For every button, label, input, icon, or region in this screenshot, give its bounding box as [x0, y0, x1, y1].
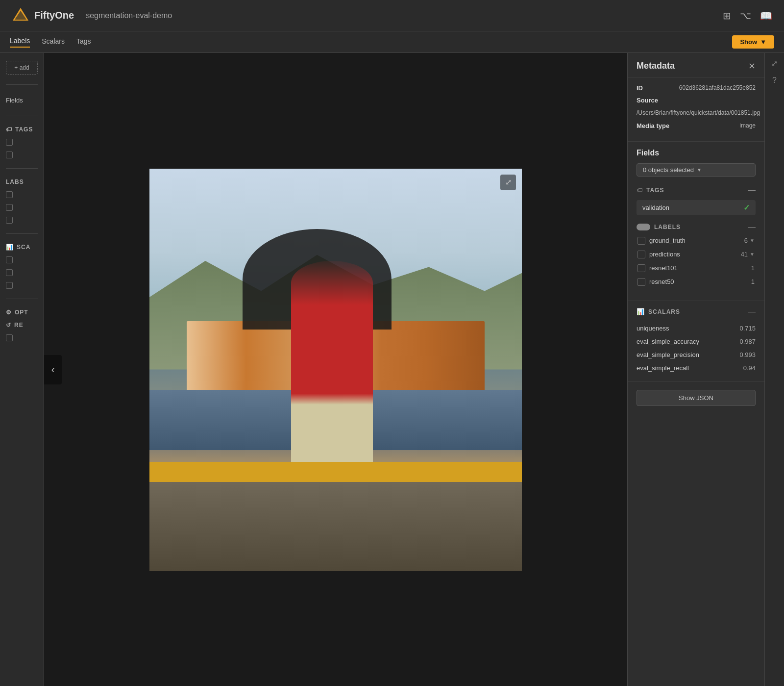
sidebar-divider-3 [6, 168, 38, 169]
label-checkbox-resnet50[interactable] [637, 278, 645, 286]
label-checkbox-resnet101[interactable] [637, 264, 645, 272]
scalar-name-uniqueness: uniqueness [637, 325, 669, 332]
sidebar-label-row-3 [6, 217, 38, 224]
label-row-ground-truth: ground_truth 6 ▼ [637, 234, 756, 248]
add-filter-button[interactable]: + add [6, 61, 38, 75]
main-area: + add Fields 🏷 TAGS LABS 📊 SCA [0, 53, 784, 686]
sidebar-reset-row [6, 334, 38, 341]
app-name: FiftyOne [34, 10, 74, 21]
label-row-resnet50: resnet50 1 [637, 275, 756, 289]
right-edge-help-icon[interactable]: ? [772, 76, 777, 85]
image-fence [149, 462, 522, 482]
label-checkbox-ground-truth[interactable] [637, 237, 645, 245]
label-count-arrow-2[interactable]: ▼ [750, 252, 755, 257]
scalars-collapse-icon[interactable]: — [748, 308, 756, 316]
scalar-value-accuracy: 0.987 [739, 338, 756, 345]
sidebar-checkbox-9[interactable] [6, 334, 13, 341]
tab-labels[interactable]: Labels [10, 37, 30, 48]
prev-image-button[interactable]: ‹ [44, 355, 62, 384]
chevron-down-icon: ▼ [697, 167, 702, 173]
label-name-resnet50: resnet50 [649, 278, 747, 285]
id-row: ID 602d36281afa81dac255e852 [637, 84, 756, 92]
scalar-value-recall: 0.94 [743, 364, 756, 372]
label-name-predictions: predictions [649, 251, 737, 258]
show-chevron-icon: ▼ [760, 38, 766, 46]
label-count-ground-truth: 6 ▼ [744, 237, 755, 244]
sidebar-divider-1 [6, 84, 38, 85]
sidebar-checkbox-7[interactable] [6, 269, 13, 276]
tag-validation-text: validation [642, 204, 669, 211]
sidebar-tags-header: 🏷 TAGS [6, 126, 38, 133]
show-json-button[interactable]: Show JSON [637, 390, 756, 406]
labels-toggle-switch[interactable] [637, 224, 650, 230]
tab-scalars[interactable]: Scalars [42, 37, 65, 47]
tags-subsection-header[interactable]: 🏷 TAGS — [637, 183, 756, 197]
sidebar: + add Fields 🏷 TAGS LABS 📊 SCA [0, 53, 44, 686]
label-count-resnet101: 1 [751, 264, 755, 272]
id-label: ID [637, 84, 643, 92]
media-type-value: image [739, 122, 756, 129]
project-name: segmentation-eval-demo [86, 11, 172, 20]
image-container: ⤢ [149, 169, 522, 571]
scalar-name-accuracy: eval_simple_accuracy [637, 338, 699, 345]
right-edge-panel: ⤢ ? [764, 53, 784, 686]
sidebar-label-row-1 [6, 191, 38, 198]
sidebar-scalars-header: 📊 SCA [6, 244, 38, 251]
tag-validation: validation ✓ [637, 200, 756, 215]
label-name-resnet101: resnet101 [649, 264, 747, 272]
scalar-row-precision: eval_simple_precision 0.993 [637, 348, 756, 361]
labels-collapse-icon[interactable]: — [748, 223, 756, 231]
sidebar-checkbox-2[interactable] [6, 152, 13, 158]
scalar-name-recall: eval_simple_recall [637, 364, 689, 372]
label-row-predictions: predictions 41 ▼ [637, 248, 756, 261]
id-value: 602d36281afa81dac255e852 [679, 84, 756, 91]
label-count-arrow-1[interactable]: ▼ [750, 238, 755, 243]
tab-tags[interactable]: Tags [76, 37, 91, 47]
sidebar-scalar-row-1 [6, 256, 38, 263]
sidebar-reset-label: Re [14, 322, 24, 329]
close-button[interactable]: ✕ [748, 62, 756, 71]
media-type-row: Media type image [637, 122, 756, 129]
label-name-ground-truth: ground_truth [649, 237, 740, 244]
expand-button[interactable]: ⤢ [500, 175, 516, 190]
sidebar-checkbox-6[interactable] [6, 256, 13, 263]
scalar-name-precision: eval_simple_precision [637, 351, 699, 358]
sidebar-checkbox-3[interactable] [6, 191, 13, 198]
sidebar-checkbox-5[interactable] [6, 217, 13, 224]
book-icon[interactable]: 📖 [760, 10, 772, 22]
sidebar-scalars-label: SCA [17, 244, 30, 251]
sidebar-checkbox-8[interactable] [6, 282, 13, 289]
fields-section: Fields 0 objects selected ▼ 🏷 TAGS — val… [628, 142, 764, 301]
label-count-resnet50: 1 [751, 278, 755, 285]
tabs-row: Labels Scalars Tags Show ▼ [0, 31, 784, 53]
right-edge-expand-icon[interactable]: ⤢ [771, 59, 778, 68]
tags-subsection-title: TAGS [646, 187, 664, 194]
github-icon[interactable]: ⌥ [740, 10, 751, 22]
source-value: /Users/Brian/fiftyone/quickstart/data/00… [637, 109, 756, 117]
label-checkbox-predictions[interactable] [637, 251, 645, 258]
sidebar-fields-label: Fields [6, 95, 38, 106]
tag-check-icon: ✓ [743, 203, 750, 212]
grid-icon[interactable]: ⊞ [723, 10, 731, 22]
tags-collapse-icon[interactable]: — [748, 186, 756, 194]
metadata-header: Metadata ✕ [628, 53, 764, 77]
sidebar-reset-header[interactable]: ↺ Re [6, 322, 38, 329]
sidebar-label-row-2 [6, 204, 38, 211]
labels-header-left: LABELS [637, 224, 681, 230]
reset-icon: ↺ [6, 322, 11, 329]
sidebar-checkbox-4[interactable] [6, 204, 13, 211]
objects-selected-label: 0 objects selected [643, 166, 694, 174]
objects-dropdown[interactable]: 0 objects selected ▼ [637, 163, 756, 177]
source-label: Source [637, 97, 658, 104]
labels-subsection-header[interactable]: LABELS — [637, 220, 756, 234]
sidebar-labels-label: LABS [6, 178, 24, 185]
sidebar-divider-4 [6, 233, 38, 234]
logo: FiftyOne [12, 7, 74, 25]
fields-title: Fields [637, 149, 756, 157]
sidebar-tags-label: TAGS [15, 126, 33, 133]
sidebar-options-header: ⚙ OPT [6, 309, 38, 316]
scalar-value-uniqueness: 0.715 [739, 325, 756, 332]
sidebar-tag-row-2 [6, 152, 38, 158]
show-button[interactable]: Show ▼ [732, 35, 774, 49]
sidebar-checkbox-1[interactable] [6, 139, 13, 146]
